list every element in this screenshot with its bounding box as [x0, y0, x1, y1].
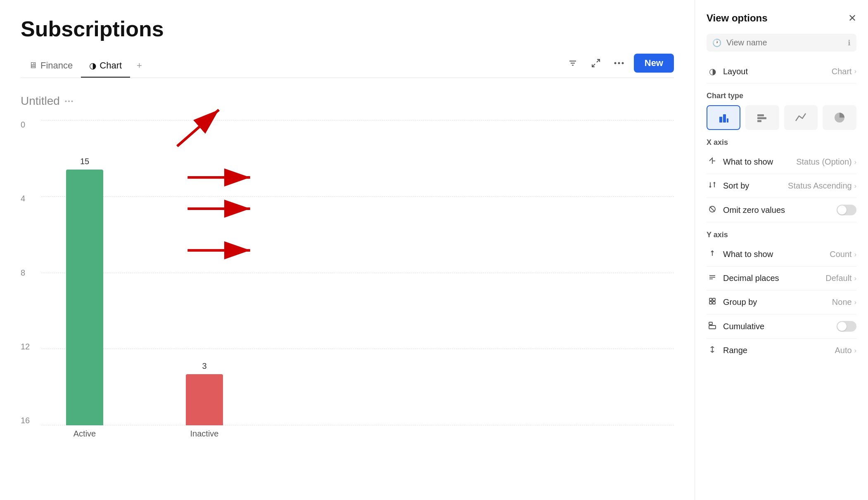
- tab-chart[interactable]: ◑ Chart: [81, 54, 130, 78]
- what-to-show-y-value-text: Count: [830, 250, 851, 259]
- svg-rect-29: [709, 325, 716, 329]
- chart-type-pie[interactable]: [823, 105, 856, 130]
- cumulative-toggle[interactable]: [837, 321, 856, 332]
- svg-rect-20: [757, 120, 761, 122]
- range-chevron: ›: [854, 347, 856, 354]
- x-label-inactive: Inactive: [186, 429, 223, 439]
- bar-active-value: 15: [80, 157, 89, 166]
- bar-active: [66, 170, 103, 425]
- svg-point-7: [621, 62, 624, 64]
- what-to-show-x-value: Status (Option) ›: [796, 157, 856, 167]
- tab-chart-label: Chart: [100, 60, 122, 71]
- content-area: Subscriptions 🖥 Finance ◑ Chart +: [0, 0, 695, 500]
- omit-zero-icon: [707, 205, 718, 215]
- chart-type-line[interactable]: [784, 105, 818, 130]
- group-by-label: Group by: [723, 297, 757, 307]
- page-title: Subscriptions: [21, 17, 674, 41]
- sort-by-chevron: ›: [854, 182, 856, 190]
- add-tab-button[interactable]: +: [130, 54, 149, 77]
- y-axis-section-label: Y axis: [707, 231, 856, 239]
- cumulative-row[interactable]: Cumulative: [707, 314, 856, 339]
- tab-finance-label: Finance: [40, 60, 73, 71]
- group-by-left: Group by: [707, 297, 757, 307]
- sort-by-icon: [707, 181, 718, 191]
- y-label-1: 12: [21, 342, 35, 351]
- svg-rect-25: [709, 298, 712, 301]
- sort-by-value: Status Ascending ›: [788, 181, 856, 191]
- more-options-button[interactable]: [611, 59, 627, 68]
- decimal-places-row[interactable]: Decimal places Default ›: [707, 267, 856, 290]
- what-to-show-x-row[interactable]: What to show Status (Option) ›: [707, 150, 856, 174]
- chart-type-bar[interactable]: [707, 105, 740, 130]
- range-row[interactable]: Range Auto ›: [707, 339, 856, 362]
- chart-plot: 15 3 Active Inactive: [41, 120, 674, 442]
- svg-rect-16: [723, 114, 726, 123]
- svg-line-3: [597, 59, 600, 62]
- chart-more-button[interactable]: [65, 100, 73, 102]
- filter-button[interactable]: [564, 55, 581, 71]
- chart-wrapper: 16 12 8 4 0: [21, 120, 674, 442]
- x-label-active: Active: [66, 429, 103, 439]
- what-to-show-x-chevron: ›: [854, 158, 856, 166]
- cumulative-label: Cumulative: [723, 322, 764, 331]
- app-container: Subscriptions 🖥 Finance ◑ Chart +: [0, 0, 868, 500]
- group-by-chevron: ›: [854, 299, 856, 306]
- chart-type-horizontal-bar[interactable]: [745, 105, 779, 130]
- y-label-0: 16: [21, 416, 35, 425]
- layout-value-text: Chart: [832, 67, 852, 76]
- sort-by-value-text: Status Ascending: [788, 181, 852, 191]
- what-to-show-y-row[interactable]: What to show Count ›: [707, 243, 856, 267]
- chart-title-row: Untitled: [21, 94, 674, 108]
- layout-row[interactable]: ◑ Layout Chart ›: [707, 60, 856, 83]
- svg-point-5: [614, 62, 616, 64]
- svg-rect-17: [727, 118, 728, 123]
- what-to-show-x-value-text: Status (Option): [796, 157, 852, 167]
- y-axis-labels: 16 12 8 4 0: [21, 120, 41, 442]
- group-by-value-text: None: [832, 297, 852, 307]
- view-name-row: 🕐 ℹ: [707, 34, 856, 52]
- range-value: Auto ›: [835, 346, 856, 355]
- sort-by-row[interactable]: Sort by Status Ascending ›: [707, 174, 856, 198]
- svg-rect-30: [709, 322, 712, 325]
- y-label-4: 0: [21, 120, 35, 130]
- new-button[interactable]: New: [634, 54, 674, 73]
- group-by-row[interactable]: Group by None ›: [707, 290, 856, 314]
- close-panel-button[interactable]: ✕: [848, 12, 856, 24]
- view-name-input[interactable]: [726, 38, 843, 47]
- chart-icon: ◑: [89, 61, 96, 71]
- svg-rect-27: [709, 302, 712, 304]
- svg-point-6: [618, 62, 620, 64]
- panel-header: View options ✕: [707, 12, 856, 24]
- what-to-show-x-left: What to show: [707, 157, 773, 167]
- svg-rect-28: [713, 302, 715, 304]
- layout-value: Chart ›: [832, 67, 856, 76]
- y-label-2: 8: [21, 268, 35, 278]
- what-to-show-y-icon: [707, 249, 718, 259]
- decimal-places-icon: [707, 273, 718, 283]
- bar-group-active: 15: [66, 157, 103, 425]
- clock-icon: 🕐: [712, 38, 721, 47]
- svg-rect-15: [719, 117, 722, 123]
- x-axis-labels: Active Inactive: [41, 425, 674, 442]
- omit-zero-label: Omit zero values: [723, 205, 785, 215]
- tabs-bar: 🖥 Finance ◑ Chart +: [21, 54, 674, 78]
- info-icon: ℹ: [848, 38, 851, 47]
- omit-zero-toggle[interactable]: [837, 205, 856, 215]
- y-label-3: 4: [21, 194, 35, 203]
- layout-row-left: ◑ Layout: [707, 66, 748, 76]
- group-by-value: None ›: [832, 297, 856, 307]
- chart-type-buttons: [707, 105, 856, 130]
- decimal-places-value: Default ›: [825, 274, 856, 283]
- svg-point-8: [65, 100, 66, 102]
- chart-type-label: Chart type: [707, 92, 856, 100]
- scale-button[interactable]: [588, 55, 604, 71]
- view-options-panel: View options ✕ 🕐 ℹ ◑ Layout Chart › Char…: [695, 0, 868, 500]
- sort-by-label: Sort by: [723, 181, 749, 191]
- tab-finance[interactable]: 🖥 Finance: [21, 54, 81, 78]
- range-icon: [707, 345, 718, 356]
- layout-icon: ◑: [707, 66, 718, 76]
- decimal-places-value-text: Default: [825, 274, 851, 283]
- omit-zero-row[interactable]: Omit zero values: [707, 198, 856, 222]
- layout-chevron: ›: [854, 68, 856, 75]
- svg-point-10: [71, 100, 73, 102]
